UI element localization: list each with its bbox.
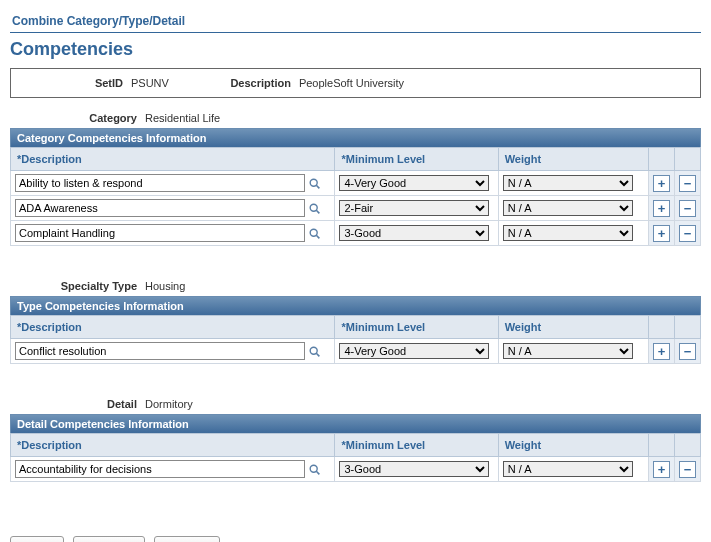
add-row-button[interactable]: + xyxy=(653,200,670,217)
apply-button[interactable]: Apply xyxy=(154,536,220,542)
cancel-button[interactable]: Cancel xyxy=(73,536,145,542)
setid-value: PSUNV xyxy=(131,77,199,89)
ok-button[interactable]: OK xyxy=(10,536,64,542)
svg-point-4 xyxy=(310,229,317,236)
col-weight[interactable]: Weight xyxy=(498,316,648,339)
delete-row-button[interactable]: − xyxy=(679,461,696,478)
add-row-button[interactable]: + xyxy=(653,225,670,242)
section-label: Detail xyxy=(10,398,145,410)
col-description[interactable]: *Description xyxy=(11,316,335,339)
grid-title: Type Competencies Information xyxy=(10,296,701,315)
minimum-level-select[interactable]: 3-Good xyxy=(339,225,489,241)
table-row: 3-GoodN / A+− xyxy=(11,221,701,246)
weight-select[interactable]: N / A xyxy=(503,175,633,191)
col-delete xyxy=(674,148,700,171)
grid-title: Category Competencies Information xyxy=(10,128,701,147)
table-row: 4-Very GoodN / A+− xyxy=(11,339,701,364)
section-label: Category xyxy=(10,112,145,124)
weight-select[interactable]: N / A xyxy=(503,461,633,477)
minimum-level-select[interactable]: 3-Good xyxy=(339,461,489,477)
description-input[interactable] xyxy=(15,342,305,360)
minimum-level-select[interactable]: 4-Very Good xyxy=(339,175,489,191)
tab-combine[interactable]: Combine Category/Type/Detail xyxy=(10,10,701,33)
section-label: Specialty Type xyxy=(10,280,145,292)
col-minimum-level[interactable]: *Minimum Level xyxy=(335,316,498,339)
weight-select[interactable]: N / A xyxy=(503,225,633,241)
competencies-grid: *Description*Minimum LevelWeight3-GoodN … xyxy=(10,433,701,482)
svg-line-9 xyxy=(316,471,319,474)
weight-select[interactable]: N / A xyxy=(503,200,633,216)
delete-row-button[interactable]: − xyxy=(679,343,696,360)
svg-line-3 xyxy=(316,210,319,213)
svg-line-7 xyxy=(316,353,319,356)
grid-title: Detail Competencies Information xyxy=(10,414,701,433)
description-value: PeopleSoft University xyxy=(299,77,434,89)
col-delete xyxy=(674,434,700,457)
delete-row-button[interactable]: − xyxy=(679,175,696,192)
col-delete xyxy=(674,316,700,339)
header-box: SetID PSUNV Description PeopleSoft Unive… xyxy=(10,68,701,98)
add-row-button[interactable]: + xyxy=(653,461,670,478)
col-description[interactable]: *Description xyxy=(11,148,335,171)
button-bar: OK Cancel Apply xyxy=(10,536,701,542)
col-minimum-level[interactable]: *Minimum Level xyxy=(335,148,498,171)
svg-point-2 xyxy=(310,204,317,211)
competencies-grid: *Description*Minimum LevelWeight4-Very G… xyxy=(10,315,701,364)
description-input[interactable] xyxy=(15,199,305,217)
delete-row-button[interactable]: − xyxy=(679,200,696,217)
svg-point-8 xyxy=(310,465,317,472)
lookup-icon[interactable] xyxy=(308,345,322,359)
table-row: 2-FairN / A+− xyxy=(11,196,701,221)
col-minimum-level[interactable]: *Minimum Level xyxy=(335,434,498,457)
table-row: 3-GoodN / A+− xyxy=(11,457,701,482)
col-weight[interactable]: Weight xyxy=(498,148,648,171)
table-row: 4-Very GoodN / A+− xyxy=(11,171,701,196)
section-value: Residential Life xyxy=(145,112,220,124)
col-add xyxy=(648,316,674,339)
section-value: Dormitory xyxy=(145,398,193,410)
add-row-button[interactable]: + xyxy=(653,175,670,192)
lookup-icon[interactable] xyxy=(308,177,322,191)
weight-select[interactable]: N / A xyxy=(503,343,633,359)
svg-point-6 xyxy=(310,347,317,354)
add-row-button[interactable]: + xyxy=(653,343,670,360)
description-input[interactable] xyxy=(15,460,305,478)
page-title: Competencies xyxy=(10,39,701,60)
setid-label: SetID xyxy=(21,77,131,89)
description-label: Description xyxy=(199,77,299,89)
col-description[interactable]: *Description xyxy=(11,434,335,457)
competencies-grid: *Description*Minimum LevelWeight4-Very G… xyxy=(10,147,701,246)
col-add xyxy=(648,434,674,457)
lookup-icon[interactable] xyxy=(308,463,322,477)
section-value: Housing xyxy=(145,280,185,292)
description-input[interactable] xyxy=(15,224,305,242)
svg-point-0 xyxy=(310,179,317,186)
svg-line-1 xyxy=(316,185,319,188)
description-input[interactable] xyxy=(15,174,305,192)
minimum-level-select[interactable]: 4-Very Good xyxy=(339,343,489,359)
lookup-icon[interactable] xyxy=(308,227,322,241)
col-add xyxy=(648,148,674,171)
svg-line-5 xyxy=(316,235,319,238)
lookup-icon[interactable] xyxy=(308,202,322,216)
col-weight[interactable]: Weight xyxy=(498,434,648,457)
minimum-level-select[interactable]: 2-Fair xyxy=(339,200,489,216)
delete-row-button[interactable]: − xyxy=(679,225,696,242)
